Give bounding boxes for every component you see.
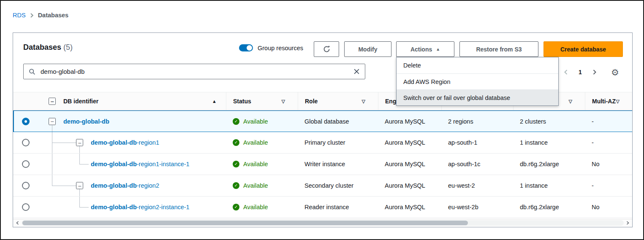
- engine-cell: Aurora MySQL: [378, 197, 441, 218]
- menu-item-add-aws-region[interactable]: Add AWS Region: [397, 73, 558, 89]
- sort-icon: ▽: [362, 99, 365, 104]
- column-label: Eng: [385, 98, 396, 105]
- multiaz-cell: -: [585, 111, 632, 132]
- region-cell: eu-west-2b: [441, 197, 513, 218]
- region-cell: eu-west-2: [441, 175, 513, 196]
- row-select-cell: [13, 111, 38, 132]
- breadcrumb: RDS Databases: [13, 12, 68, 19]
- toggle-knob: [247, 45, 252, 51]
- db-identifier-link[interactable]: demo-global-db: [63, 118, 109, 125]
- row-radio[interactable]: [22, 203, 30, 211]
- db-identifier-cell: demo-global-db-region2-instance-1: [38, 197, 226, 218]
- region-cell: ap-south-1: [441, 132, 513, 153]
- row-radio[interactable]: [22, 139, 30, 146]
- role-header[interactable]: Role ▽: [298, 92, 378, 110]
- actions-button-label: Actions: [410, 46, 432, 53]
- scroll-right-button[interactable]: [625, 220, 631, 226]
- scrollbar-thumb[interactable]: [22, 221, 468, 225]
- status-available-icon: ✓: [233, 204, 239, 210]
- menu-item-delete[interactable]: Delete: [397, 57, 558, 73]
- role-cell: Global database: [298, 111, 378, 132]
- actions-button[interactable]: Actions ▲: [396, 41, 454, 57]
- engine-cell: Aurora MySQL: [378, 111, 441, 132]
- refresh-button[interactable]: [314, 41, 339, 57]
- collapse-row-toggle[interactable]: −: [76, 139, 83, 146]
- sort-icon: ▽: [616, 99, 620, 104]
- db-identifier-link[interactable]: demo-global-db-region2-instance-1: [91, 204, 190, 210]
- column-label: Status: [233, 98, 251, 105]
- row-radio[interactable]: [22, 118, 30, 125]
- modify-button[interactable]: Modify: [344, 41, 391, 57]
- tree-guide: [79, 197, 80, 207]
- group-resources-control: Group resources: [239, 44, 303, 51]
- search-icon: [29, 68, 35, 75]
- restore-from-s3-button[interactable]: Restore from S3: [459, 41, 538, 57]
- role-cell: Secondary cluster: [298, 175, 378, 196]
- clear-search-button[interactable]: [353, 68, 360, 75]
- engine-cell: Aurora MySQL: [378, 175, 441, 196]
- horizontal-scrollbar[interactable]: [13, 219, 632, 227]
- status-available-icon: ✓: [233, 161, 239, 167]
- tree-guide: [52, 154, 52, 175]
- chevron-left-icon: [16, 221, 19, 225]
- breadcrumb-rds-link[interactable]: RDS: [13, 12, 26, 19]
- row-select-cell: [13, 197, 38, 218]
- select-all-header-cell: [13, 92, 38, 110]
- size-cell: 1 instance: [513, 132, 585, 153]
- table-row[interactable]: − demo-global-db-region2 ✓ Available Sec…: [13, 175, 632, 197]
- menu-item-switch-over-or-fail-over[interactable]: Switch over or fail over global database: [397, 89, 558, 105]
- multiaz-cell: No: [585, 154, 632, 175]
- tree-guide: [79, 164, 89, 164]
- search-box: [23, 64, 365, 79]
- sort-icon: ▽: [282, 99, 285, 104]
- multiaz-cell: -: [585, 175, 632, 196]
- db-identifier-link[interactable]: demo-global-db-region2: [91, 182, 159, 189]
- preferences-gear-button[interactable]: ⚙: [611, 68, 619, 77]
- next-page-button[interactable]: [589, 67, 600, 78]
- collapse-row-toggle[interactable]: −: [49, 118, 56, 125]
- column-label: DB identifier: [63, 98, 98, 105]
- role-cell: Primary cluster: [298, 132, 378, 153]
- sort-ascending-icon: ▲: [212, 99, 217, 104]
- column-label: Multi-AZ: [592, 98, 616, 105]
- databases-panel: Databases(5) Group resources Modify Acti…: [13, 32, 633, 227]
- multi-az-header[interactable]: Multi-AZ ▽: [585, 92, 632, 110]
- collapse-row-toggle[interactable]: −: [76, 182, 83, 189]
- status-header[interactable]: Status ▽: [226, 92, 298, 110]
- search-input[interactable]: [40, 67, 349, 76]
- row-radio[interactable]: [22, 160, 30, 168]
- region-cell: 2 regions: [441, 111, 513, 132]
- rds-console-screen: RDS Databases Databases(5) Group resourc…: [0, 0, 644, 240]
- row-radio[interactable]: [22, 182, 30, 189]
- prev-page-button[interactable]: [560, 67, 571, 78]
- table-row[interactable]: demo-global-db-region1-instance-1 ✓ Avai…: [13, 154, 632, 175]
- current-page-button[interactable]: 1: [575, 67, 586, 78]
- db-identifier-link[interactable]: demo-global-db-region1-instance-1: [91, 161, 190, 167]
- breadcrumb-chevron-icon: [30, 13, 33, 18]
- status-available-icon: ✓: [233, 182, 239, 189]
- group-resources-toggle[interactable]: [239, 44, 253, 51]
- scroll-left-button[interactable]: [14, 220, 21, 226]
- engine-cell: Aurora MySQL: [378, 132, 441, 153]
- scrollbar-track[interactable]: [22, 220, 624, 226]
- tree-guide: [52, 143, 76, 143]
- table-row[interactable]: − demo-global-db-region1 ✓ Available Pri…: [13, 132, 632, 154]
- region-cell: ap-south-1c: [441, 154, 513, 175]
- group-resources-label: Group resources: [258, 45, 303, 51]
- table-row[interactable]: demo-global-db-region2-instance-1 ✓ Avai…: [13, 197, 632, 218]
- page-title: Databases: [23, 43, 61, 51]
- create-database-button[interactable]: Create database: [543, 41, 623, 57]
- pagination: 1 ⚙: [560, 67, 619, 78]
- engine-cell: Aurora MySQL: [378, 154, 441, 175]
- status-cell: ✓ Available: [226, 197, 298, 218]
- tree-guide: [79, 154, 80, 164]
- chevron-right-icon: [593, 70, 596, 75]
- db-identifier-link[interactable]: demo-global-db-region1: [91, 139, 159, 146]
- sort-icon: ▽: [569, 99, 572, 104]
- status-available-icon: ✓: [233, 139, 239, 146]
- collapse-all-toggle[interactable]: −: [49, 98, 56, 105]
- db-identifier-header[interactable]: − DB identifier ▲: [38, 92, 226, 110]
- close-icon: [353, 68, 360, 75]
- status-cell: ✓ Available: [226, 111, 298, 132]
- table-row[interactable]: − demo-global-db ✓ Available Global data…: [13, 111, 632, 132]
